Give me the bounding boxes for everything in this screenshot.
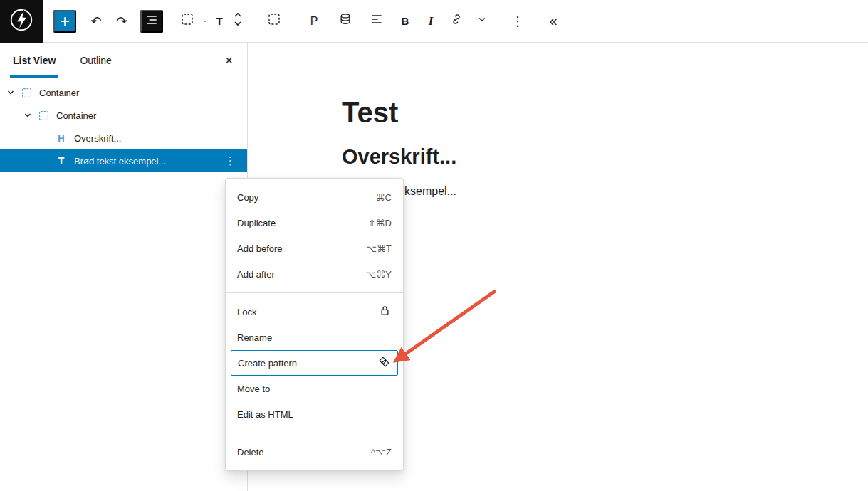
menu-item-shortcut: ⌥⌘T: [366, 243, 392, 254]
tab-outline-label: Outline: [80, 55, 111, 66]
menu-item-duplicate[interactable]: Duplicate ⇧⌘D: [226, 210, 403, 236]
menu-item-rename[interactable]: Rename: [226, 324, 403, 350]
tree-row-container-outer[interactable]: Container: [0, 81, 247, 104]
site-logo-button[interactable]: [0, 0, 43, 43]
list-view-header: List View Outline ×: [0, 43, 247, 78]
italic-icon: I: [429, 14, 434, 28]
editor-page: + ↶ ↷ · T: [0, 0, 868, 491]
post-title[interactable]: Test: [342, 97, 398, 129]
chevron-down-icon: [476, 13, 488, 29]
block-mover-button[interactable]: [229, 9, 247, 34]
tab-outline[interactable]: Outline: [77, 43, 114, 78]
lock-icon: [378, 304, 392, 320]
container-block-icon: [36, 110, 51, 122]
block-inserter-button[interactable]: +: [53, 10, 76, 33]
text-block-icon: T: [54, 155, 68, 167]
menu-item-add-before[interactable]: Add before ⌥⌘T: [226, 236, 403, 261]
pattern-icon: [377, 355, 391, 371]
menu-divider: [226, 292, 403, 293]
typography-block-button[interactable]: T: [210, 9, 229, 34]
kebab-icon: ⋮: [511, 14, 524, 29]
tree-row-label: Container: [56, 110, 96, 121]
select-container-icon: [267, 12, 281, 30]
menu-item-label: Add before: [237, 243, 283, 254]
heading-block-icon: H: [54, 133, 68, 144]
block-tree: Container Container H Overskrift...: [0, 78, 247, 172]
redo-button[interactable]: ↷: [109, 9, 135, 34]
paragraph-block-fragment[interactable]: ksempel...: [404, 185, 456, 198]
typography-icon: T: [216, 15, 222, 27]
chevron-down-icon[interactable]: [21, 111, 34, 120]
tree-row-label: Container: [39, 88, 79, 98]
menu-item-label: Move to: [237, 384, 270, 394]
container-block-button[interactable]: [174, 9, 200, 34]
undo-button[interactable]: ↶: [83, 9, 109, 34]
list-view-icon: [145, 13, 159, 29]
double-chevron-left-icon: «: [549, 13, 557, 29]
menu-item-label: Add after: [237, 269, 275, 280]
menu-item-add-after[interactable]: Add after ⌥⌘Y: [226, 261, 403, 287]
menu-item-create-pattern[interactable]: Create pattern: [231, 350, 398, 376]
close-sidebar-button[interactable]: ×: [221, 51, 237, 70]
menu-item-label: Lock: [237, 307, 256, 317]
paragraph-block-button[interactable]: P: [301, 9, 327, 34]
menu-divider: [226, 433, 403, 433]
stack-button[interactable]: [333, 9, 358, 34]
list-view-toggle-button[interactable]: [140, 10, 163, 33]
menu-item-lock[interactable]: Lock: [226, 299, 403, 324]
tree-row-label: Overskrift...: [74, 133, 121, 144]
tab-list-view[interactable]: List View: [10, 43, 58, 78]
paragraph-icon: P: [310, 15, 318, 28]
menu-item-label: Rename: [237, 332, 272, 343]
kebab-icon: ⋮: [225, 154, 236, 167]
more-formatting-button[interactable]: [469, 9, 495, 34]
chevron-down-icon[interactable]: [4, 88, 17, 97]
drag-handle-icon[interactable]: ·: [200, 15, 210, 28]
heading-block[interactable]: Overskrift...: [342, 145, 456, 169]
menu-item-shortcut: ⌥⌘Y: [365, 269, 392, 280]
block-options-button[interactable]: ⋮: [505, 9, 530, 34]
tree-row-paragraph-selected[interactable]: T Brød tekst eksempel... ⋮: [0, 149, 247, 172]
bold-button[interactable]: B: [392, 9, 418, 34]
menu-item-label: Copy: [237, 192, 258, 203]
plus-icon: +: [60, 13, 70, 30]
container-block-icon: [180, 12, 194, 30]
row-options-kebab-button[interactable]: ⋮: [218, 154, 243, 167]
menu-item-label: Edit as HTML: [237, 409, 293, 420]
link-button[interactable]: [444, 9, 469, 34]
redo-icon: ↷: [116, 14, 127, 29]
list-view-sidebar: List View Outline × Container: [0, 43, 248, 491]
lightning-logo-icon: [8, 6, 35, 36]
menu-item-shortcut: ⌘C: [376, 192, 392, 203]
tree-row-label: Brød tekst eksempel...: [74, 156, 166, 167]
collapse-toolbar-button[interactable]: «: [540, 9, 566, 34]
stack-icon: [338, 12, 352, 30]
bold-icon: B: [402, 15, 409, 27]
menu-item-copy[interactable]: Copy ⌘C: [226, 184, 403, 210]
italic-button[interactable]: I: [418, 9, 444, 34]
tree-row-container-inner[interactable]: Container: [0, 104, 247, 127]
select-parent-button[interactable]: [261, 9, 287, 34]
editor-topbar: + ↶ ↷ · T: [0, 0, 868, 43]
move-up-down-icon: [232, 10, 244, 32]
menu-item-shortcut: ^⌥Z: [371, 447, 392, 458]
block-options-menu: Copy ⌘C Duplicate ⇧⌘D Add before ⌥⌘T Add…: [225, 178, 404, 471]
text-align-button[interactable]: [364, 9, 389, 34]
menu-item-label: Delete: [237, 447, 264, 458]
menu-item-label: Create pattern: [238, 358, 297, 369]
menu-item-edit-as-html[interactable]: Edit as HTML: [226, 401, 403, 427]
menu-item-label: Duplicate: [237, 218, 276, 228]
container-block-icon: [19, 87, 33, 99]
link-icon: [449, 12, 464, 30]
menu-item-shortcut: ⇧⌘D: [368, 218, 392, 228]
align-text-icon: [370, 12, 384, 30]
tree-row-heading[interactable]: H Overskrift...: [0, 127, 247, 149]
close-icon: ×: [225, 53, 233, 68]
menu-item-delete[interactable]: Delete ^⌥Z: [226, 439, 403, 465]
undo-icon: ↶: [90, 14, 101, 29]
tab-list-view-label: List View: [13, 55, 56, 66]
menu-item-move-to[interactable]: Move to: [226, 376, 403, 401]
